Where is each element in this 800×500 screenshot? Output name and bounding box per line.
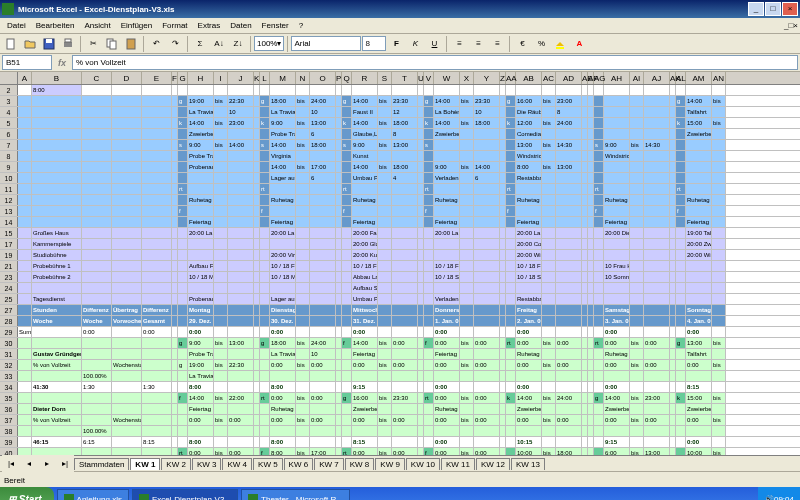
cell[interactable]: Verladen Gastspiel Virg — [434, 294, 460, 304]
cell[interactable]: 0:00 — [188, 415, 214, 425]
cell[interactable] — [644, 107, 670, 117]
cell[interactable] — [228, 404, 254, 414]
cell[interactable]: 20:00 Windstrich — [686, 250, 712, 260]
cell[interactable] — [32, 140, 82, 150]
cell[interactable]: Verladen Gastspiel — [434, 173, 460, 183]
cell[interactable] — [604, 239, 630, 249]
cell[interactable] — [676, 415, 686, 425]
cell[interactable] — [82, 195, 112, 205]
cell[interactable] — [32, 162, 82, 172]
cell[interactable]: Faust II — [352, 107, 378, 117]
cell[interactable]: 0:00 — [434, 448, 460, 455]
cell[interactable] — [604, 173, 630, 183]
cell[interactable] — [630, 217, 644, 227]
col-header-X[interactable]: X — [460, 72, 474, 84]
cell[interactable] — [424, 371, 434, 381]
cell[interactable]: Ruhetag — [604, 349, 630, 359]
cell[interactable]: Kammerspiele — [32, 239, 82, 249]
font-color-icon[interactable]: A — [570, 35, 588, 53]
cell[interactable]: 0:00 — [434, 360, 460, 370]
cell[interactable]: 10 / 18 Frau Holle — [516, 261, 542, 271]
cell[interactable] — [644, 96, 670, 106]
cell[interactable]: La Traviata — [270, 349, 296, 359]
cell[interactable]: bis — [542, 140, 556, 150]
cell[interactable] — [630, 173, 644, 183]
cell[interactable]: k — [676, 118, 686, 128]
cell[interactable] — [460, 261, 474, 271]
cell[interactable] — [18, 448, 32, 455]
cell[interactable] — [630, 206, 644, 216]
col-header-B[interactable]: B — [32, 72, 82, 84]
cell[interactable] — [18, 217, 32, 227]
cell[interactable] — [712, 162, 726, 172]
cell[interactable] — [228, 151, 254, 161]
paste-icon[interactable] — [122, 35, 140, 53]
cell[interactable]: Lager aufräumen — [270, 173, 296, 183]
cell[interactable] — [310, 206, 336, 216]
cell[interactable] — [506, 217, 516, 227]
cell[interactable]: Wochenstunden: — [112, 415, 142, 425]
cell[interactable] — [260, 272, 270, 282]
cell[interactable] — [474, 316, 500, 326]
cell[interactable]: Montag — [188, 305, 214, 315]
minimize-button[interactable]: _ — [748, 2, 764, 16]
cell[interactable]: 8:00 — [270, 448, 296, 455]
cell[interactable] — [542, 404, 556, 414]
cell[interactable] — [378, 107, 392, 117]
cell[interactable] — [424, 129, 434, 139]
cell[interactable] — [506, 272, 516, 282]
row-header[interactable]: 27 — [0, 305, 18, 315]
cell[interactable]: Stunden — [32, 305, 82, 315]
cell[interactable]: Gustav Gründgens — [32, 349, 82, 359]
cell[interactable] — [542, 305, 556, 315]
cell[interactable] — [676, 217, 686, 227]
cell[interactable] — [142, 129, 172, 139]
cell[interactable] — [260, 173, 270, 183]
cell[interactable] — [474, 294, 500, 304]
cell[interactable] — [214, 426, 228, 436]
cell[interactable]: bis — [460, 415, 474, 425]
cell[interactable]: 23:30 — [392, 96, 418, 106]
cell[interactable] — [676, 173, 686, 183]
row-header[interactable]: 36 — [0, 404, 18, 414]
select-all-corner[interactable] — [0, 72, 18, 84]
cell[interactable] — [434, 371, 460, 381]
system-tray[interactable]: 🔊 09:04 — [758, 487, 800, 500]
cell[interactable]: s — [594, 140, 604, 150]
cell[interactable] — [686, 294, 712, 304]
cell[interactable]: Feiertag — [352, 217, 378, 227]
cell[interactable] — [310, 195, 336, 205]
cell[interactable]: 0:00 — [392, 448, 418, 455]
cell[interactable]: Zweierbeziehung — [188, 129, 214, 139]
cell[interactable] — [712, 404, 726, 414]
row-header[interactable]: 11 — [0, 184, 18, 194]
cell[interactable] — [112, 85, 142, 95]
cell[interactable] — [630, 261, 644, 271]
cell[interactable]: 0:00 — [352, 415, 378, 425]
cell[interactable] — [214, 129, 228, 139]
cell[interactable]: g — [424, 96, 434, 106]
cell[interactable] — [676, 437, 686, 447]
cell[interactable] — [712, 382, 726, 392]
cell[interactable] — [142, 206, 172, 216]
cell[interactable] — [188, 173, 214, 183]
cell[interactable] — [296, 349, 310, 359]
cell[interactable] — [188, 250, 214, 260]
cell[interactable] — [556, 349, 582, 359]
cell[interactable] — [112, 327, 142, 337]
cell[interactable] — [142, 283, 172, 293]
cell[interactable] — [310, 294, 336, 304]
cell[interactable]: 0:00 — [352, 448, 378, 455]
cell[interactable] — [644, 349, 670, 359]
cell[interactable] — [112, 217, 142, 227]
cell[interactable] — [112, 437, 142, 447]
cell[interactable]: rt — [506, 338, 516, 348]
row-header[interactable]: 17 — [0, 239, 18, 249]
cell[interactable]: 2. Jan. 09 — [516, 316, 542, 326]
cell[interactable] — [260, 228, 270, 238]
cell[interactable]: 0:00 — [352, 360, 378, 370]
cell[interactable] — [260, 404, 270, 414]
col-header-AI[interactable]: AI — [630, 72, 644, 84]
cell[interactable]: f — [424, 206, 434, 216]
cell[interactable] — [178, 327, 188, 337]
